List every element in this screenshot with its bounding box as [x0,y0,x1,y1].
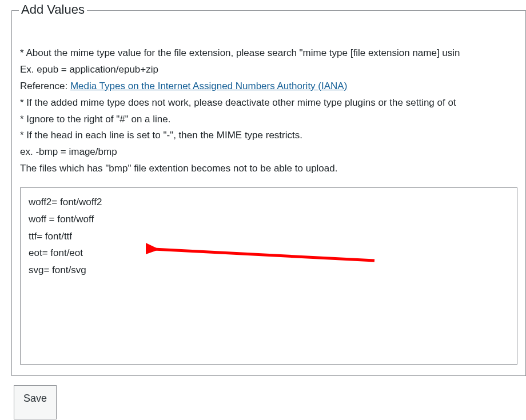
info-line: The files which has "bmp" file extention… [20,161,517,177]
info-line: * About the mime type value for the file… [20,45,517,62]
info-line: * Ignore to the right of "#" on a line. [20,111,517,128]
add-values-fieldset: Add Values * About the mime type value f… [11,10,526,376]
info-line: * If the head in each line is set to "-"… [20,127,517,144]
mime-values-textarea[interactable] [20,187,517,365]
info-line: Reference: Media Types on the Internet A… [20,78,517,95]
info-line: * If the added mime type does not work, … [20,95,517,111]
iana-reference-link[interactable]: Media Types on the Internet Assigned Num… [70,81,347,91]
info-text: * About the mime type value for the file… [20,45,517,177]
info-line: Ex. epub = application/epub+zip [20,62,517,78]
save-button[interactable]: Save [14,385,57,419]
reference-label: Reference: [20,81,70,91]
info-line: ex. -bmp = image/bmp [20,144,517,161]
fieldset-legend: Add Values [19,2,87,17]
